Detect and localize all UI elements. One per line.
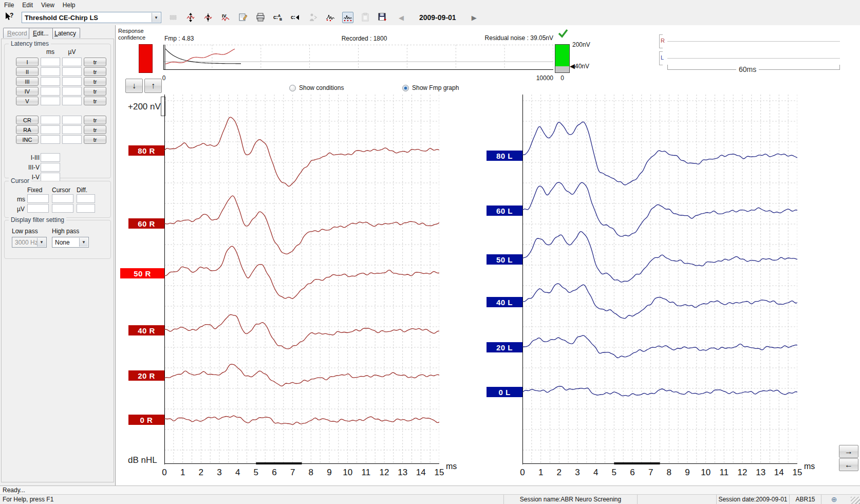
curve-label-80R[interactable]: 80 R (128, 145, 164, 156)
wave-III-tr-button[interactable]: tr (84, 77, 106, 86)
wave-V-ms-input[interactable] (41, 97, 60, 105)
curve-label-0L[interactable]: 0 L (487, 387, 522, 397)
wave-CR-ms-input[interactable] (41, 116, 60, 124)
tab-record[interactable]: Record (3, 28, 31, 38)
latency-times-group: Latency times ms µV ItrIItrIIItrIVtrVtrC… (4, 44, 111, 178)
cursor-cursor-uv-input[interactable] (52, 204, 73, 213)
wave-RA-uv-input[interactable] (62, 125, 82, 134)
noise-bar-zero-label: 0 (555, 74, 570, 82)
cursor-cursor-ms-input[interactable] (52, 194, 73, 203)
previous-session-button[interactable]: ◀ (397, 14, 406, 22)
enlarge-curves-icon[interactable] (185, 12, 196, 23)
reduce-curves-icon[interactable] (202, 12, 214, 23)
wave-II-tr-button[interactable]: tr (84, 67, 106, 76)
monitor-sound-icon[interactable]: c: (290, 12, 301, 23)
interpeak-I-V-input[interactable] (41, 173, 60, 181)
wave-III-ms-input[interactable] (41, 77, 60, 86)
interpeak-I-III-input[interactable] (41, 153, 60, 162)
wave-INC-button[interactable]: INC (16, 135, 39, 144)
fmp-progress-graph (163, 45, 553, 70)
tab-edit[interactable]: Edit... (29, 28, 53, 39)
shift-curves-up-button[interactable]: ↑ (144, 79, 162, 93)
high-pass-select[interactable]: None ▼ (52, 237, 89, 248)
wave-II-uv-input[interactable] (62, 67, 82, 76)
menu-edit[interactable]: Edit (18, 1, 37, 10)
edit-report-icon[interactable] (237, 12, 249, 23)
shift-window-left-button[interactable]: ← (839, 458, 858, 471)
wave-INC-ms-input[interactable] (41, 135, 60, 144)
wave-CR-uv-input[interactable] (62, 116, 82, 124)
save-session-icon[interactable] (377, 12, 388, 23)
fmp-view-icon[interactable] (342, 12, 353, 23)
curve-label-60R[interactable]: 60 R (128, 218, 164, 229)
show-conditions-radio[interactable]: Show conditions (289, 84, 344, 91)
menu-view[interactable]: View (37, 1, 59, 10)
print-icon[interactable] (255, 12, 266, 23)
wave-II-ms-input[interactable] (41, 67, 60, 76)
next-session-button[interactable]: ▶ (470, 14, 479, 22)
cursor-fixed-uv-input[interactable] (27, 204, 49, 213)
low-pass-select[interactable]: 3000 Hz ▼ (12, 237, 47, 248)
wave-CR-button[interactable]: CR (16, 116, 39, 124)
cursor-diff-uv-input[interactable] (77, 204, 95, 213)
latency-times-title: Latency times (9, 40, 51, 47)
wave-RA-tr-button[interactable]: tr (84, 125, 106, 134)
menu-file[interactable]: File (0, 1, 18, 10)
chevron-down-icon[interactable]: ▼ (79, 238, 88, 247)
paste-icon[interactable] (360, 12, 371, 23)
talk-forward-icon[interactable] (307, 12, 319, 23)
cursor-column-header: Cursor (52, 186, 70, 194)
wave-III-button[interactable]: III (16, 77, 39, 86)
resize-grip[interactable] (851, 497, 860, 504)
curve-label-60L[interactable]: 60 L (487, 206, 522, 216)
curve-label-80L[interactable]: 80 L (487, 151, 522, 161)
wave-III-uv-input[interactable] (62, 77, 82, 86)
right-ear-waveform-chart[interactable] (164, 95, 439, 464)
wave-INC-tr-button[interactable]: tr (84, 135, 106, 144)
context-help-icon[interactable]: ? (4, 12, 14, 24)
left-ear-waveform-chart[interactable] (522, 95, 797, 464)
chevron-down-icon[interactable]: ▼ (37, 238, 46, 247)
curve-label-50R[interactable]: 50 R (120, 268, 164, 278)
wave-V-tr-button[interactable]: tr (84, 97, 106, 105)
wave-IV-tr-button[interactable]: tr (84, 87, 106, 96)
wave-I-button[interactable]: I (16, 58, 39, 66)
wave-CR-tr-button[interactable]: tr (84, 116, 106, 124)
fixed-column-header: Fixed (27, 186, 42, 194)
stimulus-marker-bar (256, 462, 302, 464)
wave-I-uv-input[interactable] (62, 58, 82, 66)
interpeak-III-V-input[interactable] (41, 163, 60, 172)
cursor-fixed-ms-input[interactable] (27, 194, 49, 203)
talk-back-icon[interactable]: c:AB (272, 12, 284, 23)
curve-label-0R[interactable]: 0 R (128, 415, 164, 425)
wave-V-uv-input[interactable] (62, 97, 82, 105)
chevron-down-icon[interactable]: ▼ (152, 13, 160, 22)
cursor-diff-ms-input[interactable] (77, 194, 95, 203)
wave-RA-button[interactable]: RA (16, 125, 39, 134)
shift-curves-down-button[interactable]: ↓ (125, 79, 143, 93)
wave-IV-uv-input[interactable] (62, 87, 82, 96)
peak-markers-icon[interactable] (325, 12, 336, 23)
curve-label-20R[interactable]: 20 R (128, 370, 164, 381)
show-fmp-graph-radio[interactable]: Show Fmp graph (402, 84, 459, 91)
curve-label-40L[interactable]: 40 L (487, 297, 522, 307)
wave-IV-button[interactable]: IV (16, 87, 39, 96)
curve-label-40R[interactable]: 40 R (128, 325, 164, 335)
protocol-select[interactable]: Threshold CE-Chirp LS ▼ (22, 12, 161, 23)
abr-trace-0R[interactable] (164, 416, 439, 424)
curve-label-50L[interactable]: 50 L (487, 254, 522, 265)
wave-IV-ms-input[interactable] (41, 87, 60, 96)
wave-V-button[interactable]: V (16, 97, 39, 105)
wave-INC-uv-input[interactable] (62, 135, 82, 144)
shift-window-right-button[interactable]: → (839, 445, 858, 458)
menu-help[interactable]: Help (59, 1, 80, 10)
tab-latency[interactable]: Latency (50, 28, 80, 38)
wave-II-button[interactable]: II (16, 67, 39, 76)
dotted-box-icon[interactable] (167, 12, 179, 23)
curve-label-20L[interactable]: 20 L (487, 342, 522, 352)
wave-RA-ms-input[interactable] (41, 125, 60, 134)
wave-I-tr-button[interactable]: tr (84, 58, 106, 66)
latency-norms-icon[interactable]: IV (220, 12, 231, 23)
wave-I-ms-input[interactable] (41, 58, 60, 66)
abr-trace-50R[interactable] (164, 246, 439, 298)
